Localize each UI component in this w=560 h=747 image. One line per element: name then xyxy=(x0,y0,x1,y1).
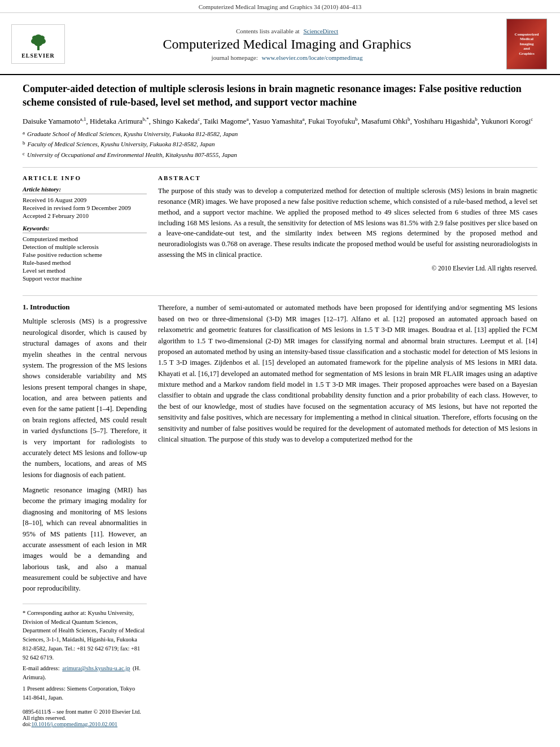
svg-point-6 xyxy=(39,36,45,40)
footnote-1: 1 Present address: Siemens Corporation, … xyxy=(23,684,147,702)
email-label: E-mail address: xyxy=(23,665,60,671)
kw-3: Rule-based method xyxy=(23,259,147,266)
right-paragraph-1: Therefore, a number of semi-automated or… xyxy=(158,303,537,445)
journal-homepage: journal homepage: www.elsevier.com/locat… xyxy=(73,54,501,61)
article-info-abstract: ARTICLE INFO Article history: Received 1… xyxy=(23,167,537,287)
introduction-column: 1. Introduction Multiple sclerosis (MS) … xyxy=(23,303,147,727)
cover-title: ComputerizedMedicalImagingandGraphics xyxy=(515,32,539,56)
abstract-label: ABSTRACT xyxy=(158,174,537,181)
article-history-heading: Article history: xyxy=(23,186,147,194)
kw-0: Computerized method xyxy=(23,235,147,242)
revised-line: Received in revised form 9 December 2009 xyxy=(23,204,147,211)
email-link[interactable]: arimura@shs.kyushu-u.ac.jp xyxy=(62,665,130,671)
body-content: 1. Introduction Multiple sclerosis (MS) … xyxy=(23,295,537,727)
corresponding-author-note: * Corresponding author at: Kyushu Univer… xyxy=(23,609,147,662)
doi-line: doi:10.1016/j.compmedimag.2010.02.001 xyxy=(23,721,147,727)
authors-line: Daisuke Yamamotoa,1, Hidetaka Arimurab,*… xyxy=(23,116,537,126)
article-info-label: ARTICLE INFO xyxy=(23,174,147,181)
doi-link[interactable]: 10.1016/j.compmedimag.2010.02.001 xyxy=(32,721,118,727)
affiliation-a: a Graduate School of Medical Sciences, K… xyxy=(23,129,537,139)
abstract-text: The purpose of this study was to develop… xyxy=(158,186,537,260)
issn-line: 0895-6111/$ – see front matter © 2010 El… xyxy=(23,709,147,721)
svg-rect-0 xyxy=(37,46,40,50)
page-wrapper: Computerized Medical Imaging and Graphic… xyxy=(0,0,560,747)
intro-paragraph-2: Magnetic resonance imaging (MRI) has bec… xyxy=(23,485,147,595)
main-content: Computer-aided detection of multiple scl… xyxy=(0,75,560,727)
keywords-heading: Keywords: xyxy=(23,225,147,233)
keywords-block: Keywords: Computerized method Detection … xyxy=(23,225,147,282)
article-info-column: ARTICLE INFO Article history: Received 1… xyxy=(23,174,147,287)
intro-paragraph-1: Multiple sclerosis (MS) is a progressive… xyxy=(23,316,147,480)
doi-label: doi: xyxy=(23,721,32,727)
accepted-line: Accepted 2 February 2010 xyxy=(23,212,147,219)
affiliation-c: c University of Occupational and Environ… xyxy=(23,150,537,160)
journal-title: Computerized Medical Imaging and Graphic… xyxy=(73,37,501,52)
footer-left: 0895-6111/$ – see front matter © 2010 El… xyxy=(23,709,147,727)
footnote-section: * Corresponding author at: Kyushu Univer… xyxy=(23,604,147,702)
affiliations: a Graduate School of Medical Sciences, K… xyxy=(23,129,537,160)
introduction-heading: 1. Introduction xyxy=(23,303,147,312)
journal-title-block: Contents lists available at ScienceDirec… xyxy=(68,28,506,61)
contents-text: Contents lists available at xyxy=(236,28,300,34)
journal-header: ELSEVIER Contents lists available at Sci… xyxy=(0,13,560,75)
received-line: Received 16 August 2009 xyxy=(23,196,147,203)
copyright-line: © 2010 Elsevier Ltd. All rights reserved… xyxy=(158,265,537,272)
affil-b-text: Faculty of Medical Sciences, Kyushu Univ… xyxy=(28,139,215,149)
elsevier-logo: ELSEVIER xyxy=(11,24,68,64)
svg-point-5 xyxy=(32,36,38,40)
bottom-footer: 0895-6111/$ – see front matter © 2010 El… xyxy=(23,706,147,727)
sciencedirect-link[interactable]: ScienceDirect xyxy=(303,28,338,34)
journal-cover: ComputerizedMedicalImagingandGraphics xyxy=(506,19,549,69)
elsevier-label: ELSEVIER xyxy=(21,53,55,59)
contents-line: Contents lists available at ScienceDirec… xyxy=(73,28,501,34)
affiliation-b: b Faculty of Medical Sciences, Kyushu Un… xyxy=(23,139,537,149)
article-title: Computer-aided detection of multiple scl… xyxy=(23,82,537,110)
kw-2: False positive reduction scheme xyxy=(23,251,147,258)
affil-c-text: University of Occupational and Environme… xyxy=(27,150,237,160)
elsevier-tree-icon xyxy=(30,30,47,51)
journal-citation: Computerized Medical Imaging and Graphic… xyxy=(199,3,362,10)
homepage-url[interactable]: www.elsevier.com/locate/compmedimag xyxy=(262,54,363,61)
right-body-column: Therefore, a number of semi-automated or… xyxy=(158,303,537,727)
kw-1: Detection of multiple sclerosis xyxy=(23,243,147,250)
kw-5: Support vector machine xyxy=(23,275,147,282)
abstract-column: ABSTRACT The purpose of this study was t… xyxy=(158,174,537,287)
journal-citation-bar: Computerized Medical Imaging and Graphic… xyxy=(0,0,560,13)
kw-4: Level set method xyxy=(23,267,147,274)
journal-cover-box: ComputerizedMedicalImagingandGraphics xyxy=(506,19,547,69)
affil-a-text: Graduate School of Medical Sciences, Kyu… xyxy=(27,129,238,139)
homepage-label: journal homepage: xyxy=(212,54,258,61)
article-history-block: Article history: Received 16 August 2009… xyxy=(23,186,147,219)
email-line: E-mail address: arimura@shs.kyushu-u.ac.… xyxy=(23,664,147,682)
